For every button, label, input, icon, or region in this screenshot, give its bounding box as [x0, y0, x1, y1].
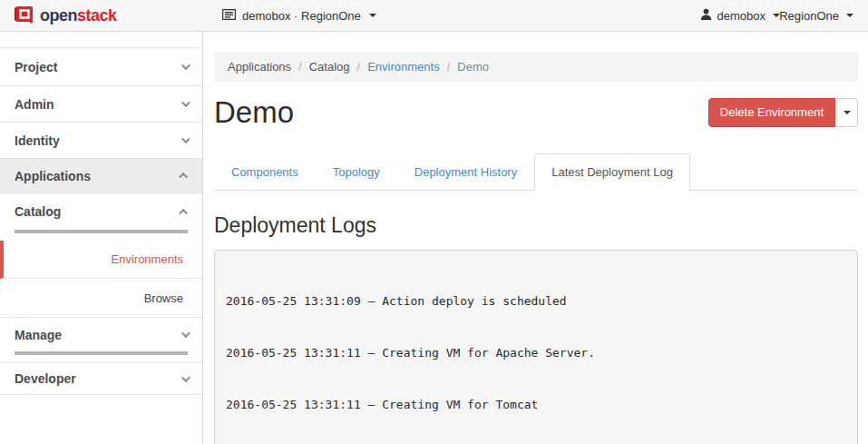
page-title: Demo — [214, 97, 294, 127]
sidebar-item-admin[interactable]: Admin — [0, 86, 202, 123]
chevron-down-icon — [181, 373, 190, 382]
breadcrumb-catalog: Catalog — [309, 60, 350, 74]
sidebar: Project Admin Identity Applications Cata… — [0, 32, 203, 444]
sidebar-item-identity[interactable]: Identity — [0, 123, 202, 159]
chevron-down-icon — [181, 61, 190, 70]
chevron-down-icon — [846, 14, 853, 17]
chevron-down-icon — [844, 111, 851, 114]
main-content: Applications / Catalog / Environments / … — [204, 32, 868, 444]
chevron-down-icon — [181, 134, 190, 143]
top-navbar: openstack demobox · RegionOne demobox Re… — [0, 0, 868, 32]
display-icon — [222, 9, 236, 23]
deployment-logs-heading: Deployment Logs — [214, 213, 858, 238]
sidebar-item-environments[interactable]: Environments — [0, 241, 202, 279]
sidebar-scroll-edge — [0, 32, 202, 48]
openstack-logo-icon — [13, 4, 34, 28]
tab-topology[interactable]: Topology — [316, 153, 397, 191]
tab-deployment-history[interactable]: Deployment History — [397, 153, 534, 191]
log-line: 2016-05-25 13:31:11 — Creating VM for Ap… — [226, 344, 846, 361]
chevron-down-icon — [369, 14, 376, 17]
chevron-up-icon — [179, 173, 188, 182]
delete-environment-dropdown-toggle[interactable] — [835, 98, 858, 127]
tab-latest-deployment-log[interactable]: Latest Deployment Log — [534, 153, 690, 191]
log-line: 2016-05-25 13:31:11 — Creating VM for To… — [226, 396, 846, 413]
chevron-down-icon — [181, 329, 190, 338]
openstack-logo[interactable]: openstack — [13, 5, 117, 27]
project-region-label: demobox · RegionOne — [242, 9, 361, 23]
deployment-log-panel: 2016-05-25 13:31:09 — Action deploy is s… — [214, 250, 858, 444]
user-menu-label: demobox — [717, 9, 766, 23]
sidebar-item-applications[interactable]: Applications — [0, 159, 202, 193]
openstack-logo-text: openstack — [40, 6, 117, 25]
sidebar-item-developer[interactable]: Developer — [0, 363, 202, 395]
tab-bar: Components Topology Deployment History L… — [214, 153, 858, 191]
breadcrumb-current: Demo — [457, 60, 489, 74]
catalog-group-indicator — [15, 230, 188, 233]
sidebar-item-catalog[interactable]: Catalog — [0, 193, 202, 230]
log-line: 2016-05-25 13:31:09 — Action deploy is s… — [226, 292, 846, 310]
title-row: Demo Delete Environment — [214, 97, 858, 127]
sidebar-item-project[interactable]: Project — [0, 48, 202, 86]
divider — [0, 355, 202, 363]
user-menu[interactable]: demobox — [700, 0, 780, 31]
chevron-down-icon — [181, 98, 190, 107]
project-region-switcher[interactable]: demobox · RegionOne — [222, 0, 376, 31]
delete-environment-button[interactable]: Delete Environment — [708, 98, 835, 127]
delete-environment-split-button: Delete Environment — [708, 98, 858, 127]
region-menu-label: RegionOne — [779, 9, 839, 23]
breadcrumb-applications: Applications — [228, 60, 291, 74]
region-menu[interactable]: RegionOne — [779, 0, 853, 31]
sidebar-item-manage[interactable]: Manage — [0, 317, 202, 351]
breadcrumb: Applications / Catalog / Environments / … — [214, 52, 858, 82]
sidebar-item-browse[interactable]: Browse — [0, 279, 202, 317]
breadcrumb-environments-link[interactable]: Environments — [367, 60, 439, 74]
chevron-up-icon — [179, 208, 188, 217]
tab-components[interactable]: Components — [214, 153, 316, 191]
user-icon — [700, 8, 712, 23]
